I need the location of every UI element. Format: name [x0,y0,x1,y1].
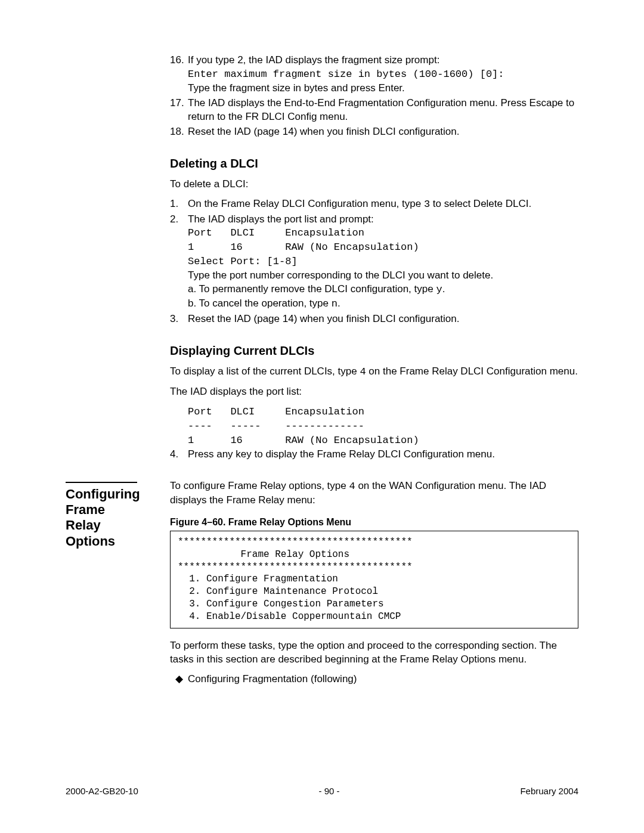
step-text: to select Delete DLCI. [430,198,531,209]
code-block: Port DLCI Encapsulation ---- ----- -----… [188,406,419,446]
step-text: The IAD displays the port list and promp… [188,213,374,225]
step-number: 16. [170,54,188,95]
paragraph-text: To display a list of the current DLCIs, … [170,366,360,377]
section-heading: Deleting a DLCI [170,156,578,172]
section-heading: Displaying Current DLCIs [170,343,578,359]
page-footer: 2000-A2-GB20-10 - 90 - February 2004 [66,785,578,797]
step-number: 3. [170,312,188,326]
display-dlci-section: Displaying Current DLCIs To display a li… [66,327,578,463]
code-line: Enter maximum fragment size in bytes (10… [188,69,504,80]
display-step-4: 4. Press any key to display the Frame Re… [170,448,578,462]
delete-step-2: 2. The IAD displays the port list and pr… [170,213,578,312]
step-number: 2. [170,213,188,312]
step-text: If you type 2, the IAD displays the frag… [188,54,439,66]
footer-date: February 2004 [520,785,578,797]
step-text: Press any key to display the Frame Relay… [188,448,578,462]
step-text: Reset the IAD (page 14) when you finish … [188,125,578,139]
footer-page-number: - 90 - [319,785,340,797]
delete-dlci-section: Deleting a DLCI To delete a DLCI: 1. On … [66,140,578,327]
paragraph-text: To configure Frame Relay options, type [170,480,349,491]
substep-a-post: . [442,283,445,295]
step-text: On the Frame Relay DLCI Configuration me… [188,198,424,209]
sidebar-heading: Configuring Frame Relay Options [66,482,137,550]
step-text: The IAD displays the End-to-End Fragment… [188,97,578,124]
step-number: 1. [170,197,188,212]
bullet-text: Configuring Fragmentation (following) [188,673,357,686]
code-inline: 3 [424,199,430,210]
step-16: 16. If you type 2, the IAD displays the … [170,54,578,95]
document-page: 16. If you type 2, the IAD displays the … [0,0,644,833]
code-inline: 4 [349,481,355,492]
step-18: 18. Reset the IAD (page 14) when you fin… [170,125,578,139]
step-text: Type the port number corresponding to th… [188,270,493,281]
diamond-bullet-icon: ◆ [170,673,188,686]
substep-b: b. To cancel the operation, type [188,298,332,309]
delete-step-3: 3. Reset the IAD (page 14) when you fini… [170,312,578,326]
step-number: 4. [170,448,188,462]
paragraph-text: To perform these tasks, type the option … [170,639,578,667]
code-block: Port DLCI Encapsulation 1 16 RAW (No Enc… [188,227,419,267]
code-inline: n [332,298,338,309]
substep-a: a. To permanently remove the DLCI config… [188,283,436,295]
code-inline: y [436,284,442,295]
intro-text: To delete a DLCI: [170,178,578,191]
footer-left: 2000-A2-GB20-10 [66,785,138,797]
step-17: 17. The IAD displays the End-to-End Frag… [170,97,578,124]
delete-step-1: 1. On the Frame Relay DLCI Configuration… [170,197,578,212]
step-text: Reset the IAD (page 14) when you finish … [188,312,578,326]
bullet-item: ◆ Configuring Fragmentation (following) [170,673,578,686]
step-number: 17. [170,97,188,124]
step-text: Type the fragment size in bytes and pres… [188,82,405,94]
figure-caption: Figure 4–60. Frame Relay Options Menu [170,516,578,529]
substep-b-post: . [338,298,340,309]
paragraph-text: on the Frame Relay DLCI Configuration me… [366,366,578,377]
steps-block: 16. If you type 2, the IAD displays the … [66,54,578,140]
terminal-menu-box: ****************************************… [170,531,578,628]
configure-section: Configuring Frame Relay Options To confi… [66,479,578,686]
paragraph-text: The IAD displays the port list: [170,385,578,399]
code-inline: 4 [360,366,366,377]
step-number: 18. [170,125,188,139]
